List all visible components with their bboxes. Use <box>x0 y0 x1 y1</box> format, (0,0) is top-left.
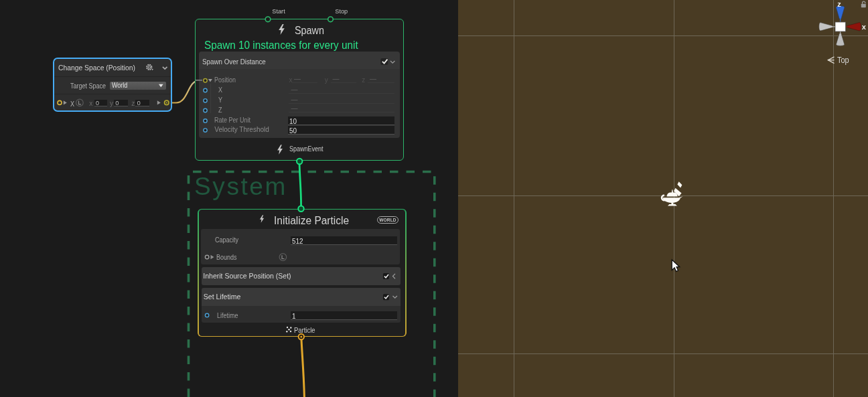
svg-text:z: z <box>837 0 841 8</box>
svg-text:x: x <box>862 23 867 31</box>
